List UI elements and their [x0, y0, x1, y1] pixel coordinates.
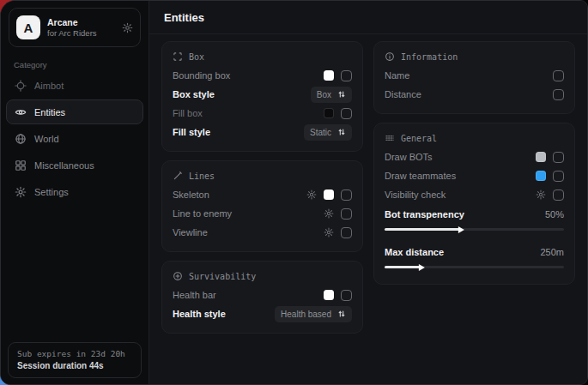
setting-row-bot-transparency: Bot transpenency 50% — [385, 205, 564, 231]
setting-label: Box style — [173, 89, 215, 99]
sidebar-item-entities[interactable]: Entities — [6, 99, 143, 124]
card-title-label: Box — [189, 52, 204, 62]
color-swatch[interactable] — [324, 290, 334, 300]
sidebar-item-label: Entities — [34, 107, 65, 117]
box-style-dropdown[interactable]: Box — [311, 87, 352, 103]
setting-row-name: Name — [385, 66, 564, 85]
checkbox[interactable] — [553, 89, 564, 100]
color-swatch[interactable] — [536, 152, 546, 162]
slider-label-row: Max distance 250m — [385, 243, 564, 262]
card-title-label: Information — [401, 52, 458, 62]
chevron-up-down-icon — [337, 310, 346, 318]
setting-row-max-distance: Max distance 250m — [385, 243, 564, 268]
slider-fill — [385, 228, 460, 231]
color-swatch[interactable] — [324, 189, 334, 200]
checkbox[interactable] — [553, 70, 564, 81]
sidebar-item-label: Aimbot — [34, 81, 64, 91]
setting-label: Distance — [385, 89, 421, 99]
checkbox[interactable] — [553, 152, 564, 163]
setting-row-skeleton: Skeleton — [173, 185, 352, 204]
screen-background: A Arcane for Arc Riders Category Aimbot — [0, 0, 588, 385]
setting-label: Bounding box — [173, 70, 230, 81]
sidebar-item-label: Miscellaneous — [34, 160, 94, 171]
sidebar-item-world[interactable]: World — [6, 126, 143, 151]
setting-row-draw-teammates: Draw teammates — [385, 166, 564, 185]
fill-style-dropdown[interactable]: Static — [304, 124, 352, 141]
slider-value: 50% — [545, 209, 564, 220]
setting-label: Fill style — [173, 127, 210, 137]
eye-icon — [15, 106, 27, 118]
slider-thumb[interactable] — [458, 226, 464, 233]
dotted-grid-icon — [385, 133, 395, 143]
grid-icon — [15, 159, 27, 171]
globe-icon — [15, 133, 27, 145]
setting-label: Health bar — [173, 290, 216, 300]
survivability-card: Survivability Health bar Health style — [161, 261, 363, 334]
app-window: A Arcane for Arc Riders Category Aimbot — [0, 0, 588, 385]
slider-value: 250m — [540, 247, 564, 257]
main-header: Entities — [149, 1, 587, 34]
settings-columns: Box Bounding box Box style — [149, 34, 587, 340]
bot-transparency-slider[interactable] — [385, 228, 564, 231]
gear-icon[interactable] — [536, 189, 546, 200]
lines-card: Lines Skeleton — [161, 160, 363, 252]
setting-row-box-style: Box style Box — [173, 85, 352, 104]
setting-row-line-to-enemy: Line to enemy — [173, 204, 352, 223]
left-column: Box Bounding box Box style — [161, 41, 363, 334]
gear-icon[interactable] — [324, 227, 334, 238]
checkbox[interactable] — [553, 171, 564, 182]
setting-row-health-style: Health style Health based — [173, 304, 352, 323]
setting-label: Skeleton — [173, 189, 209, 200]
card-title-label: Survivability — [189, 272, 256, 281]
setting-label: Fill box — [173, 108, 203, 118]
chevron-up-down-icon — [337, 90, 346, 99]
gear-icon — [15, 186, 27, 198]
sidebar-item-label: World — [34, 134, 59, 144]
general-card: General Draw BOTs Draw teammates — [373, 123, 575, 285]
setting-row-draw-bots: Draw BOTs — [385, 147, 564, 166]
box-card: Box Bounding box Box style — [161, 41, 363, 152]
sidebar-item-label: Settings — [34, 187, 69, 197]
setting-label: Health style — [173, 309, 226, 319]
setting-label: Max distance — [385, 247, 444, 257]
checkbox[interactable] — [341, 208, 352, 220]
dropdown-value: Static — [310, 128, 331, 137]
health-style-dropdown[interactable]: Health based — [275, 306, 352, 322]
gear-icon[interactable] — [122, 22, 133, 33]
gear-icon[interactable] — [324, 208, 334, 219]
setting-label: Viewline — [173, 227, 208, 238]
setting-row-health-bar: Health bar — [173, 286, 352, 304]
setting-label: Name — [385, 70, 409, 81]
sidebar-item-miscellaneous[interactable]: Miscellaneous — [6, 153, 143, 177]
slider-thumb[interactable] — [419, 264, 425, 271]
setting-row-fill-style: Fill style Static — [173, 123, 352, 141]
pencil-line-icon — [173, 171, 183, 181]
checkbox[interactable] — [341, 70, 352, 81]
slider-fill — [385, 266, 421, 268]
crosshair-icon — [15, 80, 27, 92]
max-distance-slider[interactable] — [385, 266, 564, 268]
brand-card: A Arcane for Arc Riders — [9, 8, 141, 47]
app-logo: A — [16, 15, 40, 39]
setting-label: Draw teammates — [385, 171, 456, 181]
setting-row-bounding-box: Bounding box — [173, 66, 352, 85]
gear-icon[interactable] — [306, 189, 317, 200]
setting-label: Bot transpenency — [385, 209, 464, 220]
checkbox[interactable] — [341, 290, 352, 301]
checkbox[interactable] — [341, 189, 352, 201]
sidebar-item-settings[interactable]: Settings — [6, 179, 143, 204]
color-swatch[interactable] — [324, 108, 334, 118]
health-cross-icon — [173, 271, 183, 281]
corner-brackets-icon — [173, 51, 183, 62]
information-card-header: Information — [385, 51, 564, 62]
color-swatch[interactable] — [324, 70, 334, 81]
sidebar-item-aimbot[interactable]: Aimbot — [6, 73, 143, 98]
checkbox[interactable] — [341, 108, 352, 119]
page-title: Entities — [164, 11, 204, 24]
chevron-up-down-icon — [337, 128, 346, 136]
checkbox[interactable] — [553, 189, 564, 201]
slider-label-row: Bot transpenency 50% — [385, 205, 564, 224]
checkbox[interactable] — [341, 227, 352, 238]
brand-title: Arcane — [47, 17, 97, 27]
color-swatch[interactable] — [536, 171, 546, 181]
